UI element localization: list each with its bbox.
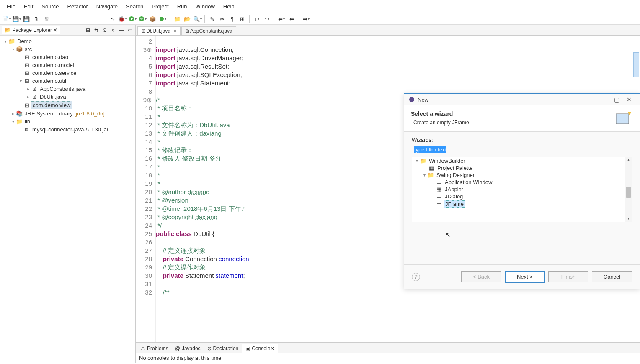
collapse-all-icon[interactable]: ⊟ xyxy=(84,26,92,34)
minimize-icon[interactable]: — xyxy=(118,26,125,34)
toggle-block-button[interactable]: ✂ xyxy=(217,14,227,23)
show-whitespace-button[interactable]: ¶ xyxy=(227,14,237,23)
cancel-button[interactable]: Cancel xyxy=(592,271,632,282)
help-icon[interactable]: ? xyxy=(412,273,420,281)
save-all-button[interactable]: 🗎 xyxy=(32,14,41,23)
last-edit-button[interactable]: ⬅ xyxy=(277,14,286,23)
close-icon[interactable]: ✕ xyxy=(270,346,274,351)
twisty-icon[interactable]: ▾ xyxy=(10,47,16,51)
tree-label[interactable]: com.demo.service xyxy=(31,69,77,77)
coverage-button[interactable]: % xyxy=(138,14,147,23)
menu-window[interactable]: Window xyxy=(191,2,219,11)
menu-source[interactable]: Source xyxy=(37,2,63,11)
menu-refactor[interactable]: Refactor xyxy=(63,2,92,11)
separator xyxy=(274,15,274,23)
project-icon: 📁 xyxy=(8,38,15,44)
back-button[interactable]: < Back xyxy=(461,271,501,282)
wizard-node[interactable]: Swing Designer xyxy=(435,172,476,178)
tree-label[interactable]: JRE System Library [jre1.8.0_65] xyxy=(23,110,106,117)
menu-run[interactable]: Run xyxy=(173,2,191,11)
overview-marker[interactable] xyxy=(633,52,639,77)
code-content[interactable]: import java.sql.Connection;import java.s… xyxy=(156,36,251,342)
twisty-icon[interactable]: ▾ xyxy=(3,39,8,44)
dialog-titlebar[interactable]: New — ▢ ✕ xyxy=(404,94,640,105)
tree-label-selected[interactable]: com.demo.view xyxy=(31,101,72,109)
wizard-tree[interactable]: ▾📁WindowBuilder ▦Project Palette ▾📁Swing… xyxy=(412,157,632,222)
search-button[interactable]: 🔍 xyxy=(193,14,202,23)
menu-project[interactable]: Project xyxy=(147,2,173,11)
tree-label[interactable]: com.demo.dao xyxy=(31,54,70,61)
menu-navigate[interactable]: Navigate xyxy=(92,2,122,11)
finish-button[interactable]: Finish xyxy=(548,271,588,282)
next-button[interactable]: Next > xyxy=(505,271,545,283)
next-annotation-button[interactable]: ↓ xyxy=(252,14,261,23)
new-package-button[interactable]: 📦 xyxy=(148,14,157,23)
twisty-icon[interactable]: ▸ xyxy=(10,111,16,116)
twisty-icon[interactable]: ▸ xyxy=(25,87,31,91)
twisty-icon[interactable]: ▾ xyxy=(10,119,16,124)
scroll-up-icon[interactable]: ▴ xyxy=(625,157,632,163)
forward-history-button[interactable]: ➡ xyxy=(302,14,311,23)
menu-file[interactable]: File xyxy=(3,2,20,11)
wizard-node[interactable]: Project Palette xyxy=(436,165,474,171)
minimize-icon[interactable]: — xyxy=(598,96,610,103)
tree-label[interactable]: mysql-connector-java-5.1.30.jar xyxy=(31,126,110,133)
maximize-icon[interactable]: ▭ xyxy=(126,26,134,34)
save-single-button[interactable]: 💾 xyxy=(22,14,31,23)
twisty-icon[interactable]: ▾ xyxy=(18,79,23,83)
debug-button[interactable]: 🐞 xyxy=(118,14,127,23)
tab-declaration[interactable]: ⊙Declaration xyxy=(204,344,242,353)
tree-label[interactable]: src xyxy=(23,46,33,53)
tree-label[interactable]: AppConstants.java xyxy=(39,85,87,92)
wizard-node[interactable]: Application Window xyxy=(444,179,493,185)
twisty-icon[interactable]: ▸ xyxy=(25,95,31,99)
print-button[interactable]: 🖶 xyxy=(42,14,51,23)
menu-edit[interactable]: Edit xyxy=(20,2,37,11)
tab-javadoc[interactable]: @Javadoc xyxy=(172,344,204,353)
tab-dbutil[interactable]: 🗎 DbUtil.java✕ xyxy=(137,26,181,35)
maximize-icon[interactable]: ▢ xyxy=(610,96,623,103)
view-menu-icon[interactable]: ▿ xyxy=(109,26,117,34)
toggle-mark-button[interactable]: ✎ xyxy=(207,14,217,23)
tab-appconstants[interactable]: 🗎 AppConstants.java xyxy=(181,26,236,35)
scroll-down-icon[interactable]: ▾ xyxy=(625,216,632,222)
tree-label[interactable]: DbUtil.java xyxy=(39,93,67,100)
tree-label[interactable]: lib xyxy=(23,118,31,125)
twisty-icon[interactable]: ▾ xyxy=(414,159,420,163)
tab-console[interactable]: ▣Console ✕ xyxy=(242,344,278,353)
dialog-heading: Select a wizard xyxy=(411,110,614,117)
tree-label[interactable]: Demo xyxy=(16,38,33,45)
scrollbar-thumb[interactable] xyxy=(626,187,631,198)
menu-help[interactable]: Help xyxy=(219,2,239,11)
filter-input[interactable]: type filter text xyxy=(412,145,632,154)
open-type-button[interactable]: 📂 xyxy=(183,14,192,23)
tab-problems[interactable]: ⚠Problems xyxy=(137,344,172,353)
link-editor-icon[interactable]: ⇆ xyxy=(93,26,100,34)
menu-search[interactable]: Search xyxy=(122,2,147,11)
focus-task-icon[interactable]: ⊙ xyxy=(101,26,108,34)
prev-annotation-button[interactable]: ↑ xyxy=(262,14,271,23)
wizard-node-selected[interactable]: JFrame xyxy=(444,200,465,208)
wizard-node[interactable]: WindowBuilder xyxy=(428,158,467,164)
debug-skip-button[interactable]: ⤳ xyxy=(108,14,117,23)
save-button[interactable]: 💾 xyxy=(12,14,21,23)
close-icon[interactable]: ✕ xyxy=(173,28,177,34)
tree-label[interactable]: com.demo.util xyxy=(31,77,67,85)
wizard-banner-icon xyxy=(614,110,633,127)
close-icon[interactable]: ✕ xyxy=(623,96,635,103)
tree-label[interactable]: com.demo.model xyxy=(31,62,75,69)
run-button[interactable] xyxy=(128,14,137,23)
main-toolbar: 📄 💾 💾 🗎 🖶 ⤳ 🐞 % 📦 📁 📂 🔍 ✎ ✂ ¶ ⊞ ↓ ↑ ⬅ ⬅ … xyxy=(0,13,640,25)
javadoc-icon: @ xyxy=(175,346,180,351)
wizard-node[interactable]: JApplet xyxy=(444,186,464,192)
scrollbar[interactable]: ▴ ▾ xyxy=(625,157,632,222)
wizard-node[interactable]: JDialog xyxy=(444,193,464,200)
new-type-button[interactable] xyxy=(158,14,167,23)
back-history-button[interactable]: ⬅ xyxy=(287,14,296,23)
package-tree[interactable]: ▾📁Demo ▾📦src ⊞com.demo.dao ⊞com.demo.mod… xyxy=(0,36,135,363)
new-button[interactable]: 📄 xyxy=(2,14,11,23)
dialog-body: Wizards: type filter text ▾📁WindowBuilde… xyxy=(404,132,640,264)
twisty-icon[interactable]: ▾ xyxy=(421,173,427,177)
toggle-word-wrap-button[interactable]: ⊞ xyxy=(237,14,247,23)
open-folder-button[interactable]: 📁 xyxy=(173,14,182,23)
